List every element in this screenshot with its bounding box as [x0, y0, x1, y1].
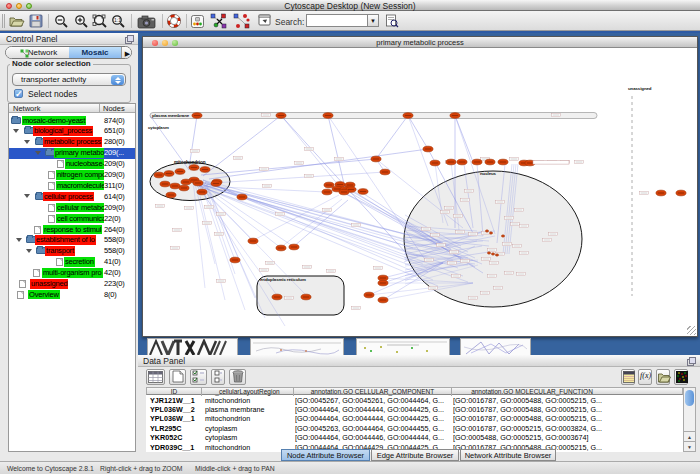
svg-text:endoplasmic reticulum: endoplasmic reticulum — [260, 277, 306, 282]
svg-text:cytoplasm: cytoplasm — [148, 125, 169, 130]
svg-text:1:1: 1:1 — [114, 17, 121, 23]
svg-text:nucleus: nucleus — [480, 171, 497, 176]
svg-text:unassigned: unassigned — [628, 86, 652, 91]
svg-text:mitochondrion: mitochondrion — [174, 160, 206, 165]
svg-text:plasma membrane: plasma membrane — [152, 113, 190, 118]
